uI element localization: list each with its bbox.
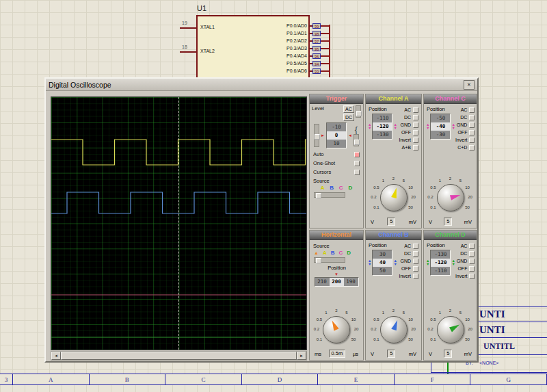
window-title-bar[interactable]: Digital Oscilloscope ✕ <box>46 79 477 91</box>
horizontal-source-label: Source <box>310 240 363 249</box>
wheel-left-arrow-icon[interactable]: ► <box>321 133 325 138</box>
knob-scale-label: 10 <box>462 185 473 190</box>
channel-d-unit-right: mV <box>464 351 472 357</box>
channel-d-header: Channel D <box>424 231 477 240</box>
scope-cursor-line[interactable] <box>178 97 179 350</box>
channel-d-ac-button[interactable] <box>469 244 475 249</box>
wheel-arrows-icon[interactable]: ▲▼ <box>368 259 371 266</box>
channel-a-gnd-button[interactable] <box>413 122 418 128</box>
channel-d-gnd-button[interactable] <box>469 259 475 264</box>
trigger-coupling-slider[interactable] <box>356 105 361 118</box>
knob-scale-label: 20 <box>465 327 476 331</box>
trigger-cursors-button[interactable] <box>354 170 360 175</box>
channel-b-gain-knob[interactable]: 0.10.20.5125102050 <box>369 309 419 348</box>
wheel-arrows-icon[interactable]: ▲▼ <box>393 123 397 130</box>
mcu-chip[interactable]: XTAL1 XTAL2 P0.0/AD0 P0.1/AD1 P0.2/AD2 P… <box>196 15 310 81</box>
scope-horizontal-scrollbar[interactable]: ◄ ► <box>51 351 307 361</box>
channel-c-ac-label: AC <box>461 107 468 112</box>
knob-scale-label: 20 <box>408 327 419 331</box>
trigger-aux-slider[interactable] <box>353 134 359 146</box>
trigger-level-wheel[interactable]: -10 0 10 <box>326 122 347 148</box>
knob-scale-label: 0.2 <box>425 327 436 331</box>
trigger-source-slider[interactable] <box>314 192 345 198</box>
channel-a-sum-button[interactable] <box>413 145 418 151</box>
pin-name-xtal2: XTAL2 <box>200 49 215 53</box>
knob-scale-label: 0.5 <box>428 317 439 322</box>
pin-number: 18 <box>182 44 187 49</box>
pin-name-xtal1: XTAL1 <box>200 25 215 29</box>
channel-b-off-button[interactable] <box>413 266 418 272</box>
channel-a-dc-button[interactable] <box>413 115 418 120</box>
channel-d-position-wheel[interactable]: -130 -120 -110 <box>430 250 451 276</box>
channel-c-sum-button[interactable] <box>469 145 475 151</box>
scroll-right-icon[interactable]: ► <box>297 352 306 360</box>
channel-d-panel: Channel D Position ▲▼ -130 -120 -110 ▲▼ <box>423 230 477 361</box>
channel-b-gnd-button[interactable] <box>413 259 418 264</box>
knob-scale-label: 1 <box>378 311 389 315</box>
horizontal-position-wheel[interactable]: 210 200 190 <box>315 277 359 287</box>
channel-c-position-wheel[interactable]: -50 -40 -30 <box>430 114 451 140</box>
channel-c-gain-knob[interactable]: 0.10.20.5125102050 <box>425 177 476 216</box>
wheel-arrows-icon[interactable]: ▲▼ <box>426 259 429 266</box>
scroll-left-icon[interactable]: ◄ <box>51 352 61 360</box>
channel-c-ac-button[interactable] <box>469 107 475 113</box>
trigger-level-slider[interactable] <box>314 124 319 147</box>
titleblock-design-value: UNTI <box>479 324 505 336</box>
ruler-col-f: F <box>395 374 471 384</box>
knob-scale-label: 0.1 <box>428 337 439 341</box>
channel-a-ac-button[interactable] <box>413 107 418 113</box>
knob-scale-label: 0.2 <box>311 327 322 331</box>
channel-d-gain-value: 5 <box>444 350 452 358</box>
trigger-ac-button[interactable]: AC <box>343 105 354 113</box>
wheel-arrows-icon[interactable]: ▲▼ <box>368 123 371 130</box>
channel-a-sum-label: A+B <box>402 145 411 150</box>
window-title: Digital Oscilloscope <box>49 81 111 89</box>
timebase-knob[interactable]: 0.10.20.5125102050 <box>311 309 362 348</box>
channel-c-off-button[interactable] <box>469 130 475 135</box>
knob-scale-label: 0.1 <box>371 205 382 209</box>
horizontal-position-label: Position <box>310 265 363 271</box>
channel-c-dc-button[interactable] <box>469 115 475 120</box>
channel-c-position-label: Position <box>427 106 455 112</box>
channel-d-invert-button[interactable] <box>469 274 475 279</box>
close-icon[interactable]: ✕ <box>464 80 475 90</box>
channel-b-position-label: Position <box>369 242 399 248</box>
wheel-arrows-icon[interactable]: ▲▼ <box>393 259 397 266</box>
channel-c-gnd-button[interactable] <box>469 122 475 128</box>
channel-a-panel: Channel A Position ▲▼ -110 -120 -130 ▲▼ <box>365 94 422 228</box>
channel-b-panel: Channel B Position ▲▼ 30 40 50 ▲▼ <box>365 230 422 361</box>
knob-scale-label: 5 <box>455 311 466 315</box>
channel-b-position-wheel[interactable]: 30 40 50 <box>372 250 392 276</box>
pin-number: 19 <box>182 21 187 25</box>
channel-d-off-label: OFF <box>457 266 467 271</box>
knob-scale-label: 5 <box>399 311 410 315</box>
channel-c-invert-button[interactable] <box>469 138 475 143</box>
channel-a-position-wheel[interactable]: -110 -120 -130 <box>372 114 392 140</box>
horizontal-source-slider[interactable] <box>314 257 345 263</box>
knob-scale-label: 50 <box>405 337 416 341</box>
channel-d-off-button[interactable] <box>469 266 475 272</box>
pin-number-box: 34 <box>312 61 321 66</box>
channel-d-gain-knob[interactable]: 0.10.20.5125102050 <box>425 309 476 348</box>
knob-scale-label: 2 <box>445 309 456 313</box>
trigger-auto-button[interactable] <box>354 152 360 157</box>
wheel-right-arrow-icon[interactable]: ◄ <box>348 133 352 138</box>
channel-a-gain-knob[interactable]: 0.10.20.5125102050 <box>369 177 419 216</box>
trigger-oneshot-button[interactable] <box>354 161 360 166</box>
trigger-dc-button[interactable]: DC <box>343 114 354 121</box>
channel-a-invert-button[interactable] <box>413 138 418 143</box>
knob-scale-label: 20 <box>465 195 476 199</box>
knob-scale-label: 10 <box>348 317 359 322</box>
channel-d-dc-button[interactable] <box>469 251 475 257</box>
channel-b-invert-button[interactable] <box>413 274 418 279</box>
channel-b-dc-button[interactable] <box>413 251 418 257</box>
knob-scale-label: 10 <box>405 317 416 322</box>
scrollbar-thumb[interactable] <box>61 352 297 360</box>
knob-scale-label: 50 <box>462 337 473 341</box>
knob-scale-label: 50 <box>462 205 473 209</box>
channel-a-off-button[interactable] <box>413 130 418 135</box>
wheel-arrows-icon[interactable]: ▲▼ <box>426 123 429 130</box>
chip-right-pin-terminals: 39 38 37 36 35 34 33 <box>310 22 330 75</box>
channel-b-ac-button[interactable] <box>413 244 418 249</box>
channel-a-off-label: OFF <box>401 130 411 135</box>
